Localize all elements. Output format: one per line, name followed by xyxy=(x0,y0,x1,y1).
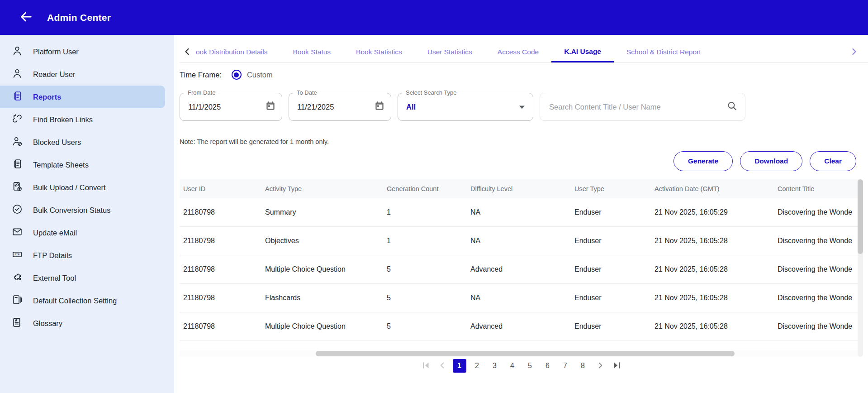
table-cell: Discovering the Wonde xyxy=(774,265,861,273)
tab-school-district-report[interactable]: School & District Report xyxy=(614,42,714,62)
horizontal-scrollbar[interactable] xyxy=(180,350,861,357)
sidebar-item-bulk-upload-convert[interactable]: Bulk Upload / Convert xyxy=(0,176,174,199)
tabs-scroll-left-button[interactable] xyxy=(180,42,195,62)
clear-button[interactable]: Clear xyxy=(810,151,856,171)
sidebar-item-label: Bulk Upload / Convert xyxy=(33,183,106,192)
table-header-row: User ID Activity Type Generation Count D… xyxy=(180,179,861,198)
vertical-scrollbar-thumb[interactable] xyxy=(858,179,863,254)
sidebar-item-find-broken-links[interactable]: Find Broken Links xyxy=(0,108,174,131)
filters-row: From Date 11/1/2025 To Date 11/21/2025 S… xyxy=(180,93,745,121)
from-date-label: From Date xyxy=(185,89,218,96)
table-cell: 21 Nov 2025, 16:05:29 xyxy=(651,208,774,216)
previous-page-button[interactable] xyxy=(436,359,449,373)
page-button-7[interactable]: 7 xyxy=(559,359,572,373)
table-cell: Enduser xyxy=(571,265,651,273)
puzzle-icon xyxy=(11,271,23,285)
download-button[interactable]: Download xyxy=(740,151,802,171)
sidebar-item-ftp-details[interactable]: FTP FTP Details xyxy=(0,244,174,267)
from-date-field[interactable]: From Date 11/1/2025 xyxy=(180,93,282,121)
collection-icon xyxy=(11,294,23,307)
from-date-value: 11/1/2025 xyxy=(188,103,221,111)
sidebar-item-update-email[interactable]: Update eMail xyxy=(0,221,174,244)
tab-access-code[interactable]: Access Code xyxy=(485,42,551,62)
sidebar-item-reader-user[interactable]: Reader User xyxy=(0,63,174,86)
chevron-left-icon xyxy=(182,46,193,58)
user-icon xyxy=(11,67,23,81)
table-cell: Summary xyxy=(261,208,383,216)
tab-book-status[interactable]: Book Status xyxy=(280,42,344,62)
sidebar-item-label: Reports xyxy=(33,93,61,101)
time-frame-label: Time Frame: xyxy=(180,71,222,79)
back-button[interactable] xyxy=(15,7,36,28)
sidebar-item-label: Find Broken Links xyxy=(33,115,93,124)
custom-radio[interactable] xyxy=(232,70,242,80)
sidebar-item-label: Bulk Conversion Status xyxy=(33,206,111,215)
to-date-field[interactable]: To Date 11/21/2025 xyxy=(289,93,391,121)
next-page-icon xyxy=(595,360,605,372)
broken-link-icon xyxy=(11,113,23,126)
page-button-2[interactable]: 2 xyxy=(470,359,484,373)
search-type-select[interactable]: Select Search Type All xyxy=(398,93,533,121)
tab-user-statistics[interactable]: User Statistics xyxy=(415,42,485,62)
tab-book-statistics[interactable]: Book Statistics xyxy=(343,42,415,62)
sidebar-item-platform-user[interactable]: Platform User xyxy=(0,40,174,63)
sidebar-item-label: Update eMail xyxy=(33,229,77,237)
table-cell: Enduser xyxy=(571,294,651,302)
app-header: Admin Center xyxy=(0,0,868,35)
sidebar-item-default-collection-setting[interactable]: Default Collection Setting xyxy=(0,289,174,312)
tab-kai-usage[interactable]: K.AI Usage xyxy=(551,42,614,62)
table-cell: Discovering the Wonde xyxy=(774,294,861,302)
sidebar-item-reports[interactable]: Reports xyxy=(0,86,165,108)
sidebar-item-blocked-users[interactable]: Blocked Users xyxy=(0,131,174,153)
sidebar-item-template-sheets[interactable]: Template Sheets xyxy=(0,153,174,176)
table-cell: Flashcards xyxy=(261,294,383,302)
next-page-button[interactable] xyxy=(594,359,607,373)
table-inner: User ID Activity Type Generation Count D… xyxy=(180,179,861,357)
page-button-3[interactable]: 3 xyxy=(488,359,502,373)
page-button-6[interactable]: 6 xyxy=(541,359,555,373)
column-header-user-type: User Type xyxy=(571,185,651,192)
table-cell: 21180798 xyxy=(180,265,261,273)
horizontal-scrollbar-thumb[interactable] xyxy=(316,351,735,356)
sidebar-item-label: Platform User xyxy=(33,48,79,56)
last-page-button[interactable] xyxy=(611,359,623,373)
column-header-activity-type: Activity Type xyxy=(261,185,383,192)
generate-button[interactable]: Generate xyxy=(674,151,733,171)
sidebar-item-glossary[interactable]: Glossary xyxy=(0,312,174,335)
page-button-1[interactable]: 1 xyxy=(453,359,466,373)
table-cell: Advanced xyxy=(467,265,571,273)
sidebar-item-external-tool[interactable]: External Tool xyxy=(0,267,174,289)
sidebar: Platform User Reader User Reports Find B… xyxy=(0,35,174,393)
column-header-difficulty-level: Difficulty Level xyxy=(467,185,571,192)
search-icon[interactable] xyxy=(726,101,738,114)
page-button-4[interactable]: 4 xyxy=(506,359,519,373)
report-tabs: ook Distribution Details Book Status Boo… xyxy=(180,42,868,63)
calendar-icon[interactable] xyxy=(374,100,385,114)
tab-book-distribution-details[interactable]: ook Distribution Details xyxy=(195,42,280,62)
blocked-user-icon xyxy=(11,135,23,149)
search-input[interactable] xyxy=(540,93,745,120)
sidebar-item-label: Reader User xyxy=(33,70,76,79)
sidebar-item-label: Default Collection Setting xyxy=(33,297,117,305)
table-cell: 21 Nov 2025, 16:05:28 xyxy=(651,237,774,245)
ftp-folder-icon: FTP xyxy=(11,249,23,262)
svg-text:FTP: FTP xyxy=(14,253,19,256)
table-cell: Enduser xyxy=(571,208,651,216)
calendar-icon[interactable] xyxy=(265,100,276,114)
usage-table: User ID Activity Type Generation Count D… xyxy=(180,179,861,357)
tabs-scroll-right-button[interactable] xyxy=(846,42,862,62)
report-icon xyxy=(11,90,23,104)
user-icon xyxy=(11,45,23,58)
main-content: ook Distribution Details Book Status Boo… xyxy=(174,35,868,393)
sidebar-item-bulk-conversion-status[interactable]: Bulk Conversion Status xyxy=(0,199,174,221)
page-button-5[interactable]: 5 xyxy=(523,359,537,373)
to-date-label: To Date xyxy=(294,89,319,96)
page-button-8[interactable]: 8 xyxy=(576,359,590,373)
table-row: 21180798Flashcards5NAEnduser21 Nov 2025,… xyxy=(180,284,861,312)
table-body: 21180798Summary1NAEnduser21 Nov 2025, 16… xyxy=(180,198,861,357)
chevron-right-icon xyxy=(849,46,859,58)
vertical-scrollbar[interactable] xyxy=(858,179,863,357)
table-cell: 1 xyxy=(383,208,467,216)
first-page-button[interactable] xyxy=(419,359,432,373)
time-frame-row: Time Frame: Custom xyxy=(180,68,273,81)
